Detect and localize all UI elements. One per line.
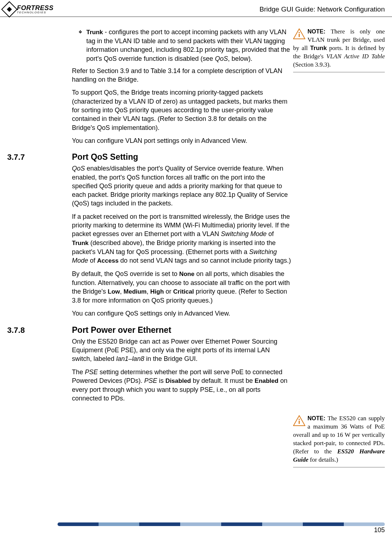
paragraph-qos-advanced: You can configure QoS settings only in A… bbox=[72, 309, 291, 318]
text: The bbox=[72, 368, 85, 376]
logo-main-text: FORTRESS bbox=[17, 5, 54, 11]
bullet-italic: QoS bbox=[215, 55, 228, 62]
text: (described above), the Bridge priority m… bbox=[72, 239, 276, 255]
note-sans: Trunk bbox=[310, 45, 327, 51]
italic: PSE bbox=[144, 377, 157, 384]
text: – bbox=[128, 355, 132, 362]
sans: Trunk bbox=[72, 240, 88, 246]
italic: lan1 bbox=[116, 355, 128, 362]
svg-rect-1 bbox=[299, 32, 300, 33]
paragraph-packet-wireless: If a packet received on the port is tran… bbox=[72, 212, 291, 265]
header-title: Bridge GUI Guide: Network Configuration bbox=[260, 5, 385, 14]
text: by default. It must be bbox=[191, 377, 255, 384]
text: do not send VLAN tags and so cannot incl… bbox=[119, 257, 291, 264]
paragraph-pse-setting: The PSE setting determines whether the p… bbox=[72, 368, 291, 403]
text: of bbox=[266, 230, 274, 237]
paragraph-es520-pse: Only the ES520 Bridge can act as Power o… bbox=[72, 337, 291, 363]
sans: None bbox=[179, 271, 195, 277]
paragraph-qos-enable: QoS enables/disables the port's Quality … bbox=[72, 164, 291, 208]
note-label: NOTE: bbox=[307, 415, 325, 421]
italic: lan8 bbox=[132, 355, 144, 362]
note-text: (Section 3.9.3). bbox=[293, 61, 331, 68]
note-trunk: NOTE: There is only one VLAN trunk per B… bbox=[293, 28, 385, 72]
text: , bbox=[120, 288, 124, 295]
info-icon bbox=[293, 28, 305, 39]
text: enables/disables the port's Quality of S… bbox=[72, 165, 288, 207]
section-3-7-8-heading: 3.7.8 Port Power over Ethernet bbox=[7, 325, 291, 336]
note-italic: VLAN Active ID Table bbox=[327, 53, 385, 60]
paragraph-qos-support: To support QoS, the Bridge treats incomi… bbox=[72, 88, 291, 132]
sans: Medium bbox=[124, 288, 147, 295]
section-3-7-7-heading: 3.7.7 Port QoS Setting bbox=[7, 151, 291, 163]
text: , bbox=[147, 288, 150, 295]
logo-text-group: FORTRESS TECHNOLOGIES bbox=[17, 5, 54, 13]
logo-diamond-icon bbox=[1, 1, 17, 17]
page-number: 105 bbox=[374, 526, 385, 534]
page-header: FORTRESS TECHNOLOGIES Bridge GUI Guide: … bbox=[0, 0, 392, 17]
italic: PSE bbox=[85, 368, 98, 376]
sans: Access bbox=[97, 257, 119, 264]
text: or bbox=[164, 288, 173, 295]
sans: High bbox=[150, 288, 164, 295]
logo: FORTRESS TECHNOLOGIES bbox=[4, 4, 54, 15]
bullet-tail: , below). bbox=[228, 55, 252, 62]
section-title: Port Power over Ethernet bbox=[72, 325, 171, 336]
body-column: ❖ Trunk - configures the port to accept … bbox=[72, 28, 291, 403]
note-label: NOTE: bbox=[307, 28, 325, 35]
section-title: Port QoS Setting bbox=[72, 151, 138, 163]
main-content: NOTE: There is only one VLAN trunk per B… bbox=[0, 17, 392, 539]
sans: Enabled bbox=[255, 377, 278, 384]
info-icon bbox=[293, 415, 305, 426]
italic: Switching Mode bbox=[221, 230, 266, 237]
svg-rect-4 bbox=[299, 419, 300, 420]
section-number: 3.7.7 bbox=[7, 152, 72, 163]
bullet-trunk: ❖ Trunk - configures the port to accept … bbox=[86, 28, 291, 63]
paragraph-vlan-advanced: You can configure VLAN port settings onl… bbox=[72, 136, 291, 145]
section-number: 3.7.8 bbox=[7, 325, 72, 336]
note-es520: NOTE: The ES520 can supply a maximum 36 … bbox=[293, 415, 385, 467]
text: is bbox=[157, 377, 165, 384]
paragraph-refer-39: Refer to Section 3.9 and to Table 3.14 f… bbox=[72, 67, 291, 84]
text: in the Bridge GUI. bbox=[144, 355, 197, 362]
text: of bbox=[88, 257, 97, 264]
text: By default, the QoS override is set to bbox=[72, 270, 179, 277]
bullet-icon: ❖ bbox=[78, 29, 82, 35]
paragraph-qos-default: By default, the QoS override is set to N… bbox=[72, 270, 291, 305]
svg-rect-2 bbox=[299, 34, 300, 37]
italic-qos: QoS bbox=[72, 165, 85, 172]
bullet-text: - configures the port to accept incoming… bbox=[86, 28, 290, 62]
footer-band bbox=[58, 522, 385, 526]
svg-rect-5 bbox=[299, 421, 300, 424]
sans: Low bbox=[108, 288, 120, 295]
note-text: for details.) bbox=[309, 456, 338, 463]
bullet-term: Trunk bbox=[86, 29, 103, 36]
sans: Critical bbox=[173, 288, 194, 295]
sans: Disabled bbox=[165, 377, 191, 384]
